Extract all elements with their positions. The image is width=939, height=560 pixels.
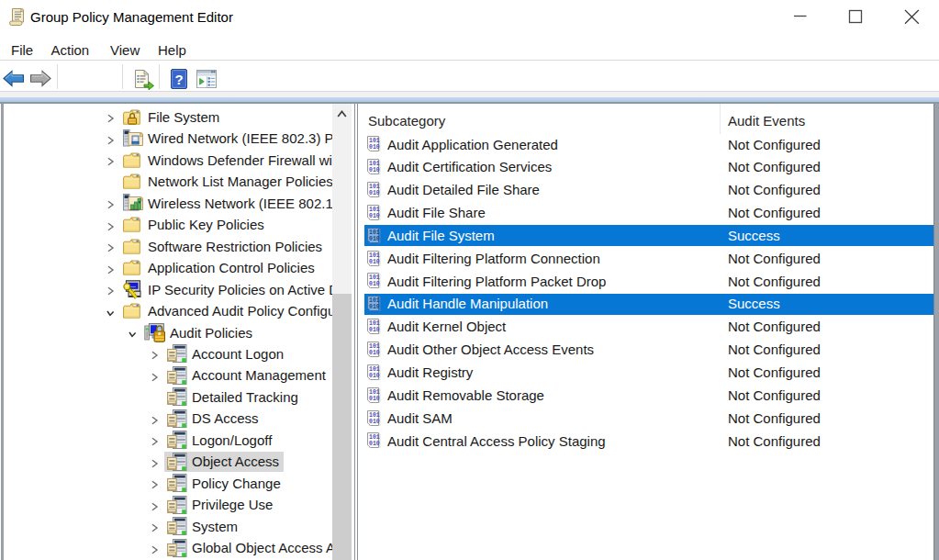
- svg-text:010: 010: [369, 144, 380, 151]
- svg-text:101: 101: [369, 366, 380, 373]
- svg-text:101: 101: [369, 343, 380, 350]
- svg-text:101: 101: [369, 184, 380, 190]
- svg-text:010: 010: [369, 259, 380, 265]
- svg-text:?: ?: [174, 71, 183, 86]
- svg-text:010: 010: [369, 304, 380, 310]
- svg-text:101: 101: [369, 412, 380, 419]
- svg-text:101: 101: [369, 435, 380, 442]
- svg-text:010: 010: [369, 419, 380, 425]
- svg-text:010: 010: [369, 442, 380, 448]
- svg-text:101: 101: [369, 138, 380, 144]
- svg-text:010: 010: [369, 167, 380, 174]
- svg-text:010: 010: [369, 282, 380, 288]
- svg-text:101: 101: [369, 389, 380, 396]
- svg-text:010: 010: [369, 373, 380, 379]
- svg-text:010: 010: [369, 350, 380, 356]
- svg-text:010: 010: [369, 327, 380, 333]
- svg-text:010: 010: [369, 396, 380, 402]
- svg-text:010: 010: [369, 190, 380, 196]
- svg-text:010: 010: [369, 213, 380, 219]
- svg-text:101: 101: [369, 275, 380, 282]
- svg-text:101: 101: [369, 252, 380, 259]
- svg-text:101: 101: [369, 320, 380, 327]
- svg-text:101: 101: [369, 230, 380, 236]
- svg-text:101: 101: [369, 161, 380, 167]
- svg-text:101: 101: [369, 297, 380, 304]
- svg-text:010: 010: [369, 236, 380, 242]
- svg-text:101: 101: [369, 207, 380, 213]
